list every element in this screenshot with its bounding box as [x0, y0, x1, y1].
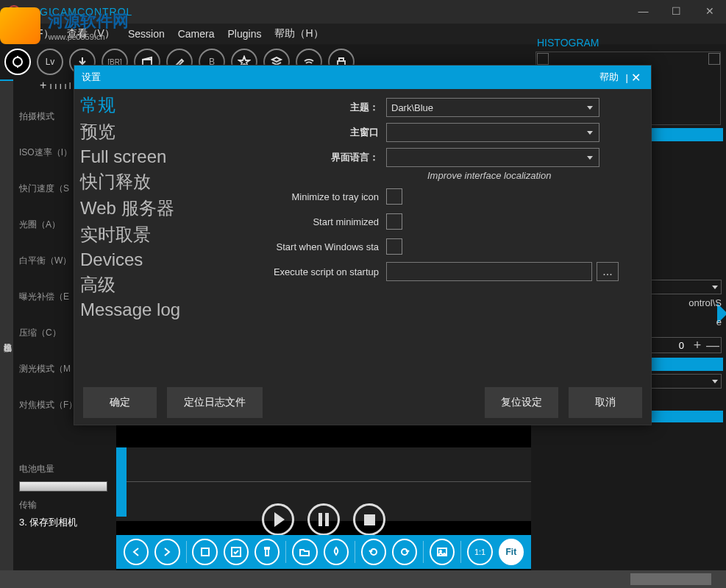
dialog-titlebar: 设置 帮助 | ✕	[74, 65, 651, 89]
menu-file[interactable]: 文件（F）	[6, 27, 54, 40]
cancel-button[interactable]: 取消	[569, 387, 642, 418]
select-button[interactable]	[224, 539, 249, 565]
dialog-title: 设置	[82, 71, 101, 84]
settings-form: 主题： Dark\Blue 主窗口 界面语言： Improve interfac…	[207, 89, 651, 380]
nav-devices[interactable]: Devices	[74, 248, 207, 272]
browse-button[interactable]: ...	[597, 262, 619, 281]
locate-log-button[interactable]: 定位日志文件	[167, 387, 263, 418]
close-button[interactable]: ✕	[693, 0, 726, 22]
nav-general[interactable]: 常规	[74, 92, 207, 118]
connected-camera-tab[interactable]: 已连接相机	[0, 79, 13, 588]
menu-view[interactable]: 查看（V）	[67, 27, 115, 40]
minus-icon[interactable]: —	[706, 338, 718, 353]
nav-shutter[interactable]: 快门释放	[74, 169, 207, 195]
chevron-down-icon	[587, 106, 593, 110]
image-toolbar: 1:1 Fit	[116, 535, 531, 569]
battery-label: 电池电量	[19, 463, 110, 475]
menu-bar: 文件（F） 查看（V） Session Camera Plugins 帮助（H）	[0, 24, 726, 44]
startmin-checkbox[interactable]	[386, 213, 402, 230]
transfer-label: 传输	[19, 499, 110, 511]
language-select[interactable]	[386, 148, 599, 167]
ok-button[interactable]: 确定	[83, 387, 157, 418]
startwin-label: Start when Windows sta	[207, 241, 386, 252]
path-fragment: ontrol\S	[688, 297, 722, 308]
startwin-checkbox[interactable]	[386, 238, 402, 255]
burn-button[interactable]	[324, 539, 349, 565]
fullscreen-button[interactable]	[192, 539, 217, 565]
battery-bar	[19, 481, 107, 492]
chevron-down-icon	[587, 156, 593, 160]
menu-session[interactable]: Session	[128, 28, 165, 40]
script-path-input[interactable]	[386, 262, 592, 281]
nav-fullscreen[interactable]: Full screen	[74, 145, 207, 169]
histogram-title: HISTOGRAM	[531, 37, 605, 49]
histogram-toggle-left[interactable]	[537, 53, 549, 65]
nav-messagelog[interactable]: Message log	[74, 298, 207, 322]
stop-button[interactable]	[353, 503, 385, 536]
app-logo-icon	[7, 5, 21, 18]
language-label: 界面语言：	[207, 151, 386, 164]
dialog-help-link[interactable]: 帮助	[599, 71, 619, 84]
nav-liveview[interactable]: 实时取景	[74, 222, 207, 248]
nav-preview[interactable]: 预览	[74, 118, 207, 145]
open-folder-button[interactable]	[292, 539, 317, 565]
mainwindow-select[interactable]	[386, 123, 599, 142]
menu-plugins[interactable]: Plugins	[228, 28, 262, 40]
save-to-camera-item[interactable]: 3. 保存到相机	[19, 516, 110, 529]
mainwindow-label: 主窗口	[207, 126, 386, 139]
plus-icon[interactable]: +	[691, 338, 703, 353]
dialog-close-button[interactable]: ✕	[628, 71, 644, 85]
pause-button[interactable]	[307, 503, 340, 536]
svg-rect-6	[202, 548, 209, 556]
script-label: Execute script on startup	[207, 266, 386, 277]
prev-image-button[interactable]	[124, 539, 149, 565]
menu-help[interactable]: 帮助（H）	[274, 27, 323, 40]
svg-rect-5	[339, 58, 344, 61]
histogram-toggle-right[interactable]	[708, 53, 720, 65]
rotate-ccw-button[interactable]	[361, 539, 386, 565]
nav-advanced[interactable]: 高级	[74, 272, 207, 298]
capture-button[interactable]	[4, 49, 31, 75]
maximize-button[interactable]: ☐	[660, 0, 693, 22]
rotate-cw-button[interactable]	[392, 539, 417, 565]
tray-checkbox[interactable]	[386, 188, 402, 205]
nav-webserver[interactable]: Web 服务器	[74, 195, 207, 222]
e-fragment: e	[716, 316, 722, 327]
localization-hint: Improve interface localization	[427, 170, 636, 181]
play-button[interactable]	[262, 503, 294, 536]
menu-camera[interactable]: Camera	[178, 28, 215, 40]
theme-select[interactable]: Dark\Blue	[386, 98, 599, 117]
status-bar	[0, 570, 726, 588]
theme-label: 主题：	[207, 101, 386, 114]
image-icon[interactable]	[430, 539, 455, 565]
startmin-label: Start minimized	[207, 216, 386, 227]
settings-nav: 常规 预览 Full screen 快门释放 Web 服务器 实时取景 Devi…	[74, 89, 207, 380]
next-image-button[interactable]	[154, 539, 179, 565]
zoom-1-1-button[interactable]: 1:1	[467, 539, 492, 565]
reset-button[interactable]: 复位设定	[485, 387, 558, 418]
title-bar: DIGICAMCONTROL — ☐ ✕	[0, 0, 726, 24]
chevron-down-icon	[587, 131, 593, 135]
svg-point-0	[13, 57, 22, 66]
dialog-footer: 确定 定位日志文件 复位设定 取消	[74, 380, 651, 425]
liveview-button[interactable]: Lv	[37, 49, 63, 75]
delete-button[interactable]	[255, 539, 280, 565]
resize-grip[interactable]	[630, 573, 711, 585]
minimize-button[interactable]: —	[627, 0, 660, 22]
settings-dialog: 设置 帮助 | ✕ 常规 预览 Full screen 快门释放 Web 服务器…	[74, 65, 652, 425]
zoom-fit-button[interactable]: Fit	[499, 539, 524, 565]
tray-label: Minimize to tray icon	[207, 191, 386, 202]
app-title: DIGICAMCONTROL	[28, 6, 132, 18]
